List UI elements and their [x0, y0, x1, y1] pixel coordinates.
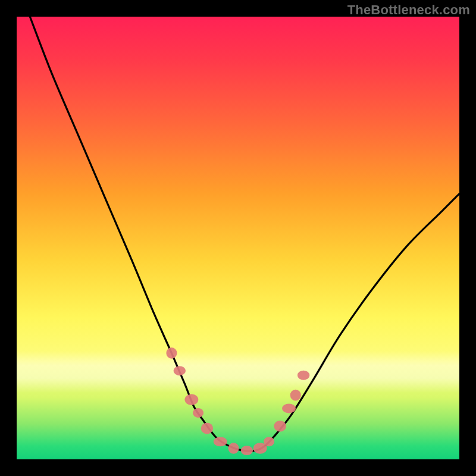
- marker-dot: [241, 446, 253, 455]
- marker-dot: [166, 347, 177, 359]
- marker-dot: [282, 403, 296, 413]
- marker-dot: [228, 443, 239, 454]
- marker-group: [166, 347, 309, 455]
- marker-dot: [184, 394, 198, 405]
- watermark-text: TheBottleneck.com: [347, 2, 470, 18]
- marker-dot: [193, 408, 203, 418]
- chart-area: [17, 17, 459, 459]
- marker-dot: [264, 437, 274, 446]
- marker-dot: [201, 423, 213, 434]
- plot-svg: [17, 17, 459, 459]
- bottleneck-curve: [30, 17, 459, 451]
- marker-dot: [214, 437, 227, 446]
- marker-dot: [174, 366, 186, 375]
- marker-dot: [290, 390, 301, 401]
- marker-dot: [298, 371, 309, 380]
- marker-dot: [274, 421, 286, 432]
